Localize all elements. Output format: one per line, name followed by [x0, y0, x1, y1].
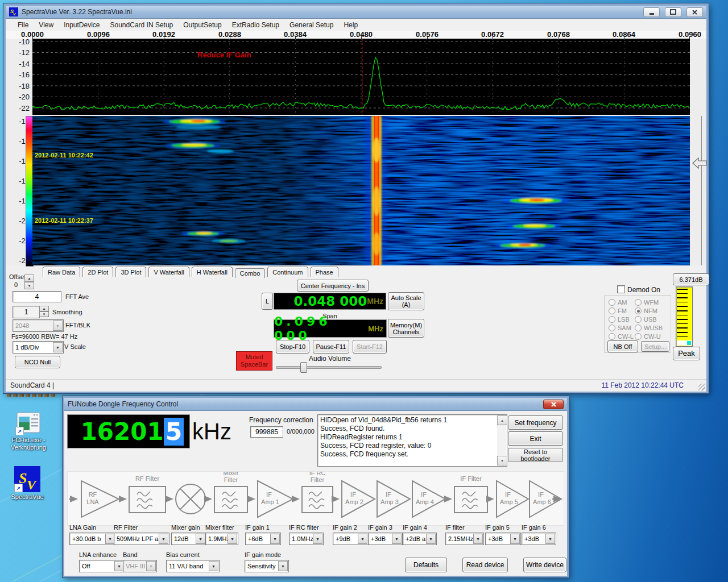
read-device-button[interactable]: Read device: [462, 558, 508, 572]
db-label: -22: [6, 104, 30, 113]
scroll-up-icon[interactable]: ▲: [497, 415, 507, 425]
device-log[interactable]: HIDOpen of Vid_04d8&Pid_fb56 returns 1 S…: [317, 414, 507, 467]
mixer-filter-select[interactable]: 1.9MHz▼: [205, 533, 238, 545]
peak-button[interactable]: Peak: [673, 347, 700, 360]
tab-3d-plot[interactable]: 3D Plot: [115, 267, 146, 277]
set-frequency-button[interactable]: Set frequency: [508, 415, 563, 430]
smoothing-spinner[interactable]: ▲▼: [39, 306, 49, 317]
if-rc-filter-select[interactable]: 1.0MHz▼: [289, 533, 324, 545]
center-frequency-display[interactable]: 0.048 000 MHz: [274, 293, 386, 310]
frequency-correction-input[interactable]: 999885: [250, 426, 283, 438]
log-scrollbar[interactable]: ▲ ▼: [497, 415, 506, 465]
dialog-close-button[interactable]: [543, 400, 564, 409]
lock-button[interactable]: L: [262, 293, 273, 310]
frequency-correction-label: Frequency correction: [249, 416, 313, 424]
v-scale-select[interactable]: 1 dB/Div▼: [13, 341, 64, 354]
radio-am[interactable]: AM: [609, 299, 627, 306]
memory-channels-button[interactable]: Memory(M)Channels: [388, 319, 424, 338]
radio-fm[interactable]: FM: [609, 307, 627, 314]
stop-button[interactable]: Stop-F10: [276, 340, 309, 354]
spin-up-icon[interactable]: ▲: [39, 306, 49, 311]
radio-cwu[interactable]: CW-U: [635, 333, 661, 340]
fft-ave-input[interactable]: 4: [13, 291, 61, 302]
display-mode-tabs: Raw Data 2D Plot 3D Plot V Waterfall H W…: [43, 267, 338, 277]
tab-h-waterfall[interactable]: H Waterfall: [192, 267, 233, 277]
reset-bootloader-button[interactable]: Reset to bootloader: [508, 448, 563, 462]
frequency-display[interactable]: 16201 5: [67, 414, 190, 448]
nco-null-button[interactable]: NCO Null: [15, 356, 60, 368]
offset-spinner[interactable]: ▲▼: [24, 275, 34, 289]
svg-text:IF Filter: IF Filter: [460, 475, 482, 482]
svg-text:Amp 5: Amp 5: [500, 498, 518, 505]
menu-view[interactable]: View: [34, 21, 59, 29]
if-gain2-select[interactable]: +9dB▼: [333, 533, 369, 545]
center-frequency-button[interactable]: Center Frequency - Ins: [297, 280, 369, 292]
signal-level-button[interactable]: 6.371dB: [673, 273, 709, 285]
menu-help[interactable]: Help: [338, 21, 363, 29]
tab-phase[interactable]: Phase: [311, 267, 338, 277]
muted-indicator[interactable]: MutedSpaceBar: [236, 351, 272, 371]
tab-continuum[interactable]: Continuum: [267, 267, 308, 277]
close-button[interactable]: [686, 7, 703, 17]
menu-soundcard-in-setup[interactable]: SoundCard IN Setup: [105, 21, 179, 29]
menu-inputdevice[interactable]: InputDevice: [59, 21, 105, 29]
bias-current-select[interactable]: 11 V/U band▼: [166, 560, 220, 572]
radio-nfm[interactable]: NFM: [635, 307, 657, 314]
waterfall-display[interactable]: 2012-02-11 10:22:42 2012-02-11 10:22:37: [32, 116, 690, 265]
auto-scale-button[interactable]: Auto Scale(A): [388, 292, 424, 310]
if-gain4-select[interactable]: +2dB a▼: [403, 533, 437, 545]
resize-grip[interactable]: [698, 384, 705, 390]
nb-off-button[interactable]: NB Off: [607, 340, 638, 352]
if-gain3-select[interactable]: +3dB▼: [368, 533, 403, 545]
if-gain-mode-label: IF gain mode: [245, 551, 281, 558]
desktop-icon-spectravue[interactable]: S V ↗ SpectraVue: [0, 466, 55, 501]
spin-down-icon[interactable]: ▼: [24, 282, 34, 289]
scroll-down-icon[interactable]: ▼: [497, 456, 507, 465]
lna-gain-select[interactable]: +30.0dB b▼: [69, 533, 116, 545]
span-display[interactable]: 0.096 000 MHz: [274, 319, 387, 338]
svg-text:RF Filter: RF Filter: [135, 475, 160, 482]
menu-extradio-setup[interactable]: ExtRadio Setup: [227, 21, 284, 29]
demod-on-checkbox[interactable]: [617, 285, 625, 293]
if-gain1-select[interactable]: +6dB▼: [245, 533, 281, 545]
smoothing-input[interactable]: 1: [13, 306, 40, 318]
dialog-title-bar[interactable]: FUNcube Dongle Frequency Control: [64, 398, 567, 411]
radio-lsb[interactable]: LSB: [609, 316, 630, 323]
if-gain5-select[interactable]: +3dB▼: [485, 533, 521, 545]
maximize-button[interactable]: [665, 7, 681, 17]
radio-wfm[interactable]: WFM: [635, 299, 659, 306]
close-icon: [692, 10, 697, 15]
defaults-button[interactable]: Defaults: [405, 558, 447, 572]
radio-cwl[interactable]: CW-L: [609, 333, 634, 340]
minimize-button[interactable]: [643, 7, 660, 17]
tab-combo[interactable]: Combo: [235, 268, 265, 278]
mixer-gain-select[interactable]: 12dB▼: [171, 533, 206, 545]
menu-outputsetup[interactable]: OutputSetup: [178, 21, 226, 29]
selected-digit[interactable]: 5: [164, 418, 184, 446]
tab-v-waterfall[interactable]: V Waterfall: [148, 267, 189, 277]
radio-sam[interactable]: SAM: [609, 325, 631, 331]
radio-usb[interactable]: USB: [635, 316, 657, 323]
menu-file[interactable]: File: [13, 21, 34, 29]
tab-raw-data[interactable]: Raw Data: [43, 267, 80, 277]
menu-general-setup[interactable]: General Setup: [284, 21, 338, 29]
if-gain6-select[interactable]: +3dB▼: [522, 533, 556, 545]
exit-button[interactable]: Exit: [508, 431, 563, 446]
rf-filter-select[interactable]: 509MHz LPF a▼: [114, 533, 169, 545]
spin-up-icon[interactable]: ▲: [24, 275, 34, 282]
pause-button[interactable]: Pause-F11: [313, 340, 349, 354]
write-device-button[interactable]: Write device: [523, 558, 566, 572]
spin-down-icon[interactable]: ▼: [39, 311, 49, 317]
if-gain-mode-select[interactable]: Sensitivity▼: [245, 560, 289, 572]
lna-enhance-select[interactable]: Off▼: [79, 560, 125, 572]
if-filter-select[interactable]: 2.15MHz▼: [445, 533, 484, 545]
waterfall-timestamp: 2012-02-11 10:22:37: [35, 217, 93, 224]
tab-2d-plot[interactable]: 2D Plot: [82, 267, 113, 277]
desktop-icon-fchid[interactable]: ↗ FCHid.exe - Verknüpfung: [1, 411, 56, 451]
waterfall-marker-arrow[interactable]: [691, 156, 708, 171]
audio-volume-slider[interactable]: [276, 366, 382, 369]
spectrum-plot[interactable]: Reduce IF Gain: [32, 39, 690, 115]
audio-volume-thumb[interactable]: [300, 362, 307, 373]
radio-wusb[interactable]: WUSB: [635, 325, 663, 331]
title-bar[interactable]: S v SpectraVue Ver. 3.22 SpectraVue.ini: [6, 6, 706, 19]
